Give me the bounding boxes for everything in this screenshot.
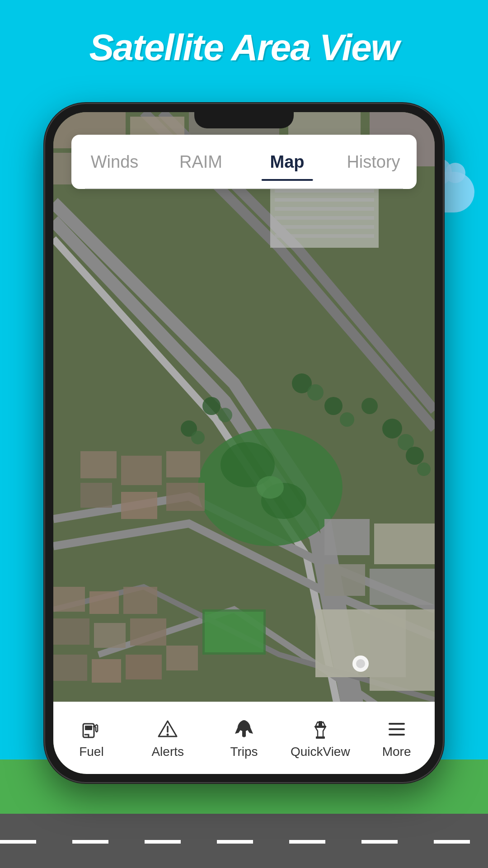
nav-alerts[interactable]: Alerts	[130, 717, 206, 759]
alerts-icon	[153, 717, 182, 741]
quickview-icon	[306, 717, 335, 741]
svg-rect-17	[275, 234, 374, 238]
nav-quickview-label: QuickView	[291, 745, 350, 759]
fuel-icon	[77, 717, 106, 741]
svg-rect-12	[275, 189, 374, 193]
svg-rect-27	[166, 483, 205, 511]
road-background	[0, 814, 488, 868]
map-svg	[53, 112, 435, 774]
phone-notch	[194, 112, 294, 128]
svg-rect-34	[53, 655, 87, 681]
svg-rect-29	[89, 591, 119, 614]
svg-rect-28	[53, 587, 85, 612]
svg-point-46	[202, 397, 221, 415]
svg-point-53	[340, 412, 354, 427]
svg-rect-62	[85, 726, 92, 730]
nav-fuel-label: Fuel	[79, 745, 103, 759]
svg-rect-41	[370, 569, 435, 605]
svg-rect-25	[121, 492, 157, 519]
svg-rect-31	[53, 618, 89, 645]
road-line	[0, 840, 488, 844]
nav-quickview[interactable]: QuickView	[282, 717, 358, 759]
svg-rect-14	[275, 207, 374, 211]
svg-rect-32	[94, 623, 126, 648]
svg-rect-15	[275, 216, 374, 220]
svg-point-54	[361, 398, 378, 414]
nav-fuel[interactable]: Fuel	[53, 717, 130, 759]
svg-rect-13	[275, 198, 374, 202]
more-icon	[382, 717, 411, 741]
svg-point-64	[167, 733, 169, 736]
tab-map[interactable]: Map	[244, 143, 330, 181]
svg-point-60	[356, 659, 365, 668]
svg-rect-35	[92, 659, 121, 683]
svg-rect-23	[80, 483, 112, 508]
tab-history[interactable]: History	[330, 143, 417, 181]
svg-rect-43	[370, 609, 435, 691]
svg-point-58	[417, 462, 431, 476]
svg-point-21	[257, 476, 284, 499]
nav-trips-label: Trips	[230, 745, 258, 759]
svg-rect-30	[123, 587, 157, 614]
svg-rect-65	[316, 736, 325, 739]
phone-screen: Winds RAIM Map History	[53, 112, 435, 774]
svg-point-55	[382, 419, 402, 439]
svg-point-51	[307, 384, 324, 401]
tab-panel: Winds RAIM Map History	[71, 135, 417, 189]
svg-rect-36	[126, 655, 162, 679]
svg-rect-40	[324, 564, 365, 596]
page-title: Satellite Area View	[0, 27, 488, 68]
svg-point-57	[406, 447, 424, 465]
bottom-nav: Fuel Alerts	[53, 702, 435, 774]
svg-point-49	[191, 431, 205, 444]
tab-raim[interactable]: RAIM	[158, 143, 244, 181]
tab-divider	[85, 188, 403, 189]
nav-alerts-label: Alerts	[151, 745, 184, 759]
svg-rect-37	[166, 646, 198, 670]
svg-rect-24	[121, 456, 162, 485]
svg-rect-26	[166, 451, 200, 477]
svg-rect-16	[275, 225, 374, 229]
svg-point-47	[218, 408, 232, 422]
nav-trips[interactable]: Trips	[206, 717, 282, 759]
svg-rect-22	[80, 451, 117, 478]
trips-icon	[230, 717, 258, 741]
svg-rect-33	[130, 618, 166, 646]
nav-more-label: More	[382, 745, 411, 759]
satellite-map[interactable]: Winds RAIM Map History	[53, 112, 435, 774]
svg-rect-38	[324, 519, 370, 555]
phone-frame: Winds RAIM Map History	[45, 104, 443, 782]
nav-more[interactable]: More	[358, 717, 435, 759]
svg-point-52	[324, 397, 343, 415]
svg-rect-39	[374, 524, 435, 564]
tab-winds[interactable]: Winds	[71, 143, 158, 181]
svg-rect-45	[205, 612, 263, 652]
